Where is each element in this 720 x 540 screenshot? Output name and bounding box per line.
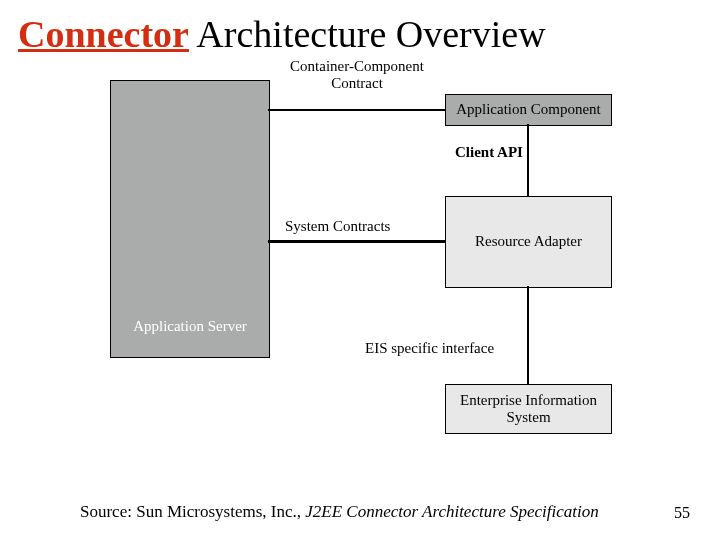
label-system-contracts: System Contracts — [285, 218, 390, 235]
page-title: Connector Architecture Overview — [18, 12, 546, 56]
line-adapter-to-eis — [527, 286, 529, 384]
box-resource-adapter: Resource Adapter — [445, 196, 612, 288]
box-eis-label: Enterprise Information System — [460, 392, 597, 427]
line-appserver-to-adapter — [268, 240, 445, 243]
label-client-api: Client API — [455, 144, 523, 161]
diagram-canvas: Application Server Container-Component C… — [110, 62, 610, 462]
box-application-component-label: Application Component — [456, 101, 601, 118]
source-citation: Source: Sun Microsystems, Inc., J2EE Con… — [80, 502, 599, 522]
line-component-to-adapter — [527, 124, 529, 196]
box-application-component: Application Component — [445, 94, 612, 126]
source-prefix: Source: Sun Microsystems, Inc., — [80, 502, 305, 521]
box-resource-adapter-label: Resource Adapter — [475, 233, 582, 250]
label-container-component-contract: Container-Component Contract — [272, 58, 442, 92]
box-application-server-label: Application Server — [133, 318, 247, 335]
page-number: 55 — [674, 504, 690, 522]
box-enterprise-information-system: Enterprise Information System — [445, 384, 612, 434]
line-appserver-to-component — [268, 109, 445, 111]
box-application-server: Application Server — [110, 80, 270, 358]
source-italic: J2EE Connector Architecture Specificatio… — [305, 502, 598, 521]
label-eis-specific-interface: EIS specific interface — [365, 340, 494, 357]
title-rest: Architecture Overview — [189, 13, 546, 55]
title-accent: Connector — [18, 13, 189, 55]
